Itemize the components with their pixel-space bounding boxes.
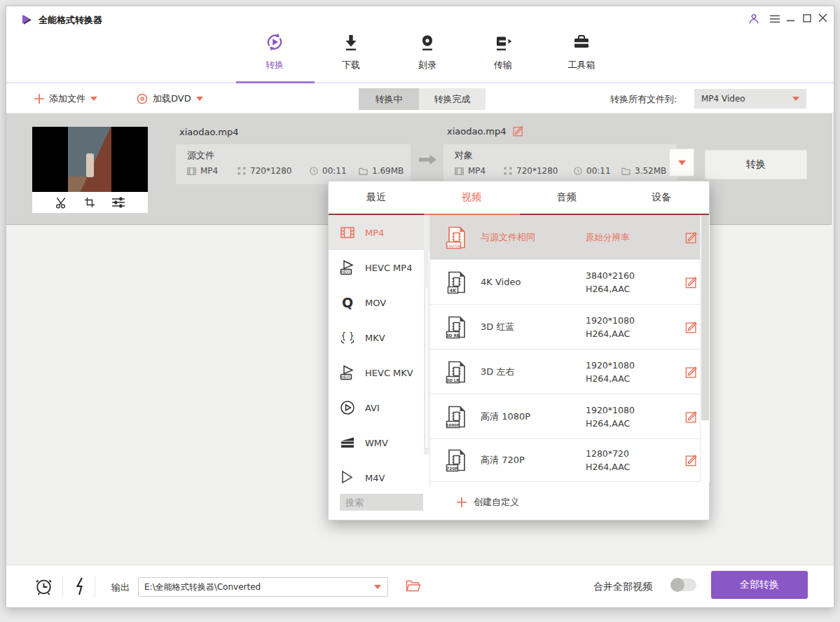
svg-text:Q: Q — [342, 295, 353, 310]
format-item-hevc-mkv[interactable]: HEVC HEVC MKV — [329, 355, 430, 390]
load-dvd-button[interactable]: 加载DVD — [137, 92, 203, 105]
format-item-mp4[interactable]: MP4 — [329, 215, 430, 250]
thumbnail-person — [86, 153, 94, 177]
preset-specs: 1920*1080 H264,AAC — [586, 314, 677, 340]
output-format-select[interactable]: MP4 Video — [694, 89, 806, 109]
hardware-acceleration-bolt-icon[interactable] — [74, 577, 86, 595]
tab-converting[interactable]: 转换中 — [359, 88, 419, 110]
preset-name: 3D 左右 — [481, 366, 586, 378]
plus-icon — [457, 497, 467, 507]
open-folder-icon[interactable] — [406, 579, 421, 592]
crop-icon[interactable] — [84, 197, 95, 208]
user-account-icon[interactable] — [748, 13, 759, 25]
preset-specs: 1920*1080 H264,AAC — [586, 403, 677, 430]
target-resolution: 720*1280 — [504, 166, 574, 176]
preset-3d-red-blue[interactable]: 3D RB 3D 红蓝 1920*1080 H264,AAC — [430, 305, 710, 350]
preset-specs: 3840*2160 H264,AAC — [586, 269, 677, 296]
list-scrollbar[interactable] — [831, 113, 834, 225]
avi-play-circle-icon — [338, 399, 357, 416]
tab-transfer-label: 传输 — [478, 59, 528, 71]
tab-download[interactable]: 下载 — [326, 33, 376, 71]
preset-3d-left-right[interactable]: 3D LR 3D 左右 1920*1080 H264,AAC — [430, 350, 710, 394]
preset-hd-720p[interactable]: 720P 高清 720P 1280*720 H264,AAC — [430, 439, 710, 482]
add-file-button[interactable]: 添加文件 — [34, 92, 97, 105]
chevron-down-icon — [196, 97, 203, 101]
convert-all-button[interactable]: 全部转换 — [711, 571, 808, 599]
create-custom-button[interactable]: 创建自定义 — [457, 494, 519, 511]
preset-hd-1080p[interactable]: 1080P 高清 1080P 1920*1080 H264,AAC — [430, 394, 710, 439]
svg-text:source: source — [447, 242, 461, 247]
720p-preset-icon: 720P — [444, 448, 469, 473]
format-item-hevc-mp4[interactable]: HEVC HEVC MP4 — [329, 250, 430, 285]
target-format: MP4 — [455, 166, 504, 176]
edit-preset-icon[interactable] — [685, 410, 698, 423]
edit-preset-icon[interactable] — [685, 454, 698, 466]
format-picker-panel: 最近 视频 音频 设备 MP4 HEVC HEVC MP4 — [328, 181, 710, 520]
svg-text:HEVC: HEVC — [341, 270, 351, 274]
schedule-timer-icon[interactable] — [34, 576, 53, 596]
edit-preset-icon[interactable] — [685, 276, 698, 289]
source-resolution: 720*1280 — [237, 166, 310, 176]
plus-icon — [34, 94, 44, 104]
panel-tab-audio[interactable]: 音频 — [519, 181, 614, 214]
panel-tab-recent[interactable]: 最近 — [329, 181, 424, 214]
video-thumbnail-frame — [68, 127, 111, 192]
maximize-icon[interactable] — [803, 14, 811, 22]
svg-text:3D RB: 3D RB — [446, 333, 460, 337]
panel-tab-device[interactable]: 设备 — [614, 181, 709, 214]
footer-divider — [62, 576, 63, 597]
svg-text:4K: 4K — [450, 287, 457, 293]
tab-toolbox[interactable]: 工具箱 — [557, 33, 606, 71]
toggle-knob — [670, 578, 684, 592]
preset-scrollbar-thumb[interactable] — [701, 215, 709, 420]
mkv-braces-icon: { } — [338, 329, 357, 346]
tab-burn[interactable]: 刻录 — [403, 33, 452, 71]
wmv-clapperboard-icon — [338, 434, 357, 451]
tab-toolbox-label: 工具箱 — [557, 59, 606, 71]
tab-convert-label: 转换 — [250, 59, 299, 71]
minimize-icon[interactable] — [787, 20, 794, 22]
rename-edit-icon[interactable] — [513, 125, 524, 137]
nav-divider — [6, 82, 834, 83]
tab-convert[interactable]: 转换 — [250, 32, 299, 71]
tab-converted[interactable]: 转换完成 — [419, 88, 486, 110]
preset-4k-video[interactable]: 4K 4K Video 3840*2160 H264,AAC — [430, 260, 710, 305]
format-item-m4v[interactable]: M4V — [329, 460, 430, 488]
panel-tab-video[interactable]: 视频 — [424, 181, 519, 214]
film-icon — [455, 167, 464, 175]
tab-transfer[interactable]: 传输 — [478, 33, 528, 71]
output-path-field[interactable] — [138, 577, 388, 597]
close-icon[interactable] — [818, 13, 827, 22]
chevron-down-icon — [374, 585, 381, 589]
clock-icon — [574, 167, 582, 175]
format-item-mkv[interactable]: { } MKV — [329, 320, 430, 355]
search-input[interactable] — [340, 494, 423, 511]
folder-icon — [359, 167, 368, 175]
app-title: 全能格式转换器 — [39, 14, 102, 27]
video-thumbnail[interactable] — [32, 127, 148, 192]
format-item-wmv[interactable]: WMV — [329, 425, 430, 460]
trim-scissors-icon[interactable] — [55, 197, 67, 209]
target-format-dropdown-button[interactable] — [669, 148, 694, 177]
tab-burn-label: 刻录 — [403, 59, 452, 71]
output-path-input[interactable] — [139, 582, 374, 592]
output-label: 输出 — [111, 581, 130, 594]
app-window: 全能格式转换器 转换 — [6, 6, 834, 608]
merge-videos-toggle[interactable] — [670, 579, 696, 591]
format-list-scrollbar-thumb[interactable] — [425, 286, 429, 449]
effects-sliders-icon[interactable] — [112, 197, 125, 208]
output-format-value: MP4 Video — [701, 94, 792, 104]
convert-row-button[interactable]: 转换 — [705, 150, 807, 179]
toolbox-icon — [572, 33, 591, 53]
footer-divider — [95, 576, 95, 597]
menu-icon[interactable] — [770, 15, 780, 23]
svg-text:HEVC: HEVC — [341, 375, 351, 379]
format-item-avi[interactable]: AVI — [329, 390, 430, 425]
preset-detail: 原始分辨率 — [586, 230, 677, 244]
preset-name: 高清 720P — [481, 454, 586, 466]
preset-same-as-source[interactable]: source 与源文件相同 原始分辨率 — [430, 215, 710, 260]
edit-preset-icon[interactable] — [685, 321, 698, 333]
format-item-mov[interactable]: Q MOV — [329, 285, 430, 320]
edit-preset-icon[interactable] — [685, 366, 698, 378]
edit-preset-icon[interactable] — [685, 231, 698, 244]
